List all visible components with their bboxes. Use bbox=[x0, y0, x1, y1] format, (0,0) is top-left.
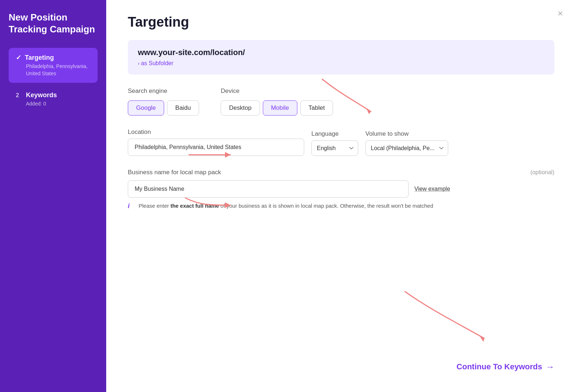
chevron-right-icon: › bbox=[138, 60, 140, 66]
subfolder-link[interactable]: › as Subfolder bbox=[138, 60, 544, 67]
continue-label: Continue To Keywords bbox=[456, 362, 542, 371]
continue-arrow-icon: → bbox=[546, 362, 554, 372]
google-button[interactable]: Google bbox=[128, 100, 164, 116]
sidebar-targeting-label: Targeting bbox=[25, 54, 54, 62]
subfolder-label: as Subfolder bbox=[141, 60, 174, 67]
info-icon: i bbox=[128, 202, 135, 210]
info-box: i Please enter the exact full name of yo… bbox=[128, 202, 554, 210]
sidebar-item-keywords[interactable]: 2 Keywords Added: 0 bbox=[9, 86, 98, 113]
check-icon: ✓ bbox=[16, 54, 21, 62]
location-language-row: Location Language English Spanish French… bbox=[128, 129, 554, 156]
desktop-button[interactable]: Desktop bbox=[221, 100, 260, 116]
sidebar-title: New Position Tracking Campaign bbox=[9, 12, 98, 35]
location-group: Location bbox=[128, 129, 304, 156]
keywords-number: 2 bbox=[16, 92, 22, 99]
close-button[interactable]: × bbox=[558, 9, 563, 18]
volume-select[interactable]: Local (Philadelphia, Pe... National Glob… bbox=[365, 140, 448, 156]
business-input-row: View example bbox=[128, 180, 554, 198]
main-panel: × Targeting www.your-site.com/location/ … bbox=[106, 0, 576, 392]
device-label: Device bbox=[221, 87, 333, 95]
url-value: www.your-site.com/location/ bbox=[138, 48, 544, 57]
language-select[interactable]: English Spanish French bbox=[311, 140, 358, 156]
url-box: www.your-site.com/location/ › as Subfold… bbox=[128, 40, 554, 75]
business-name-input[interactable] bbox=[128, 180, 409, 198]
optional-label: (optional) bbox=[530, 169, 554, 176]
search-engine-buttons: Google Baidu bbox=[128, 100, 199, 116]
sidebar-keywords-sub: Added: 0 bbox=[16, 100, 90, 108]
search-engine-group: Search engine Google Baidu bbox=[128, 87, 199, 116]
language-label: Language bbox=[311, 130, 358, 138]
search-engine-label: Search engine bbox=[128, 87, 199, 95]
device-group: Device Desktop Mobile Tablet bbox=[221, 87, 333, 116]
sidebar: New Position Tracking Campaign ✓ Targeti… bbox=[0, 0, 106, 392]
location-label: Location bbox=[128, 129, 304, 136]
language-group: Language English Spanish French bbox=[311, 130, 358, 156]
business-label: Business name for local map pack bbox=[128, 169, 221, 176]
view-example-link[interactable]: View example bbox=[414, 186, 450, 192]
volume-label: Volume to show bbox=[365, 130, 448, 138]
volume-group: Volume to show Local (Philadelphia, Pe..… bbox=[365, 130, 448, 156]
sidebar-targeting-sub: Philadelphia, Pennsylvania, United State… bbox=[16, 63, 90, 77]
svg-marker-3 bbox=[479, 335, 484, 342]
baidu-button[interactable]: Baidu bbox=[167, 100, 199, 116]
business-header: Business name for local map pack (option… bbox=[128, 169, 554, 176]
device-buttons: Desktop Mobile Tablet bbox=[221, 100, 333, 116]
location-input[interactable] bbox=[128, 139, 304, 156]
sidebar-item-targeting[interactable]: ✓ Targeting Philadelphia, Pennsylvania, … bbox=[9, 48, 98, 83]
page-title: Targeting bbox=[128, 14, 554, 30]
business-section: Business name for local map pack (option… bbox=[128, 169, 554, 210]
mobile-button[interactable]: Mobile bbox=[263, 100, 297, 116]
tablet-button[interactable]: Tablet bbox=[300, 100, 333, 116]
engine-device-row: Search engine Google Baidu Device Deskto… bbox=[128, 87, 554, 116]
sidebar-keywords-label: Keywords bbox=[26, 91, 57, 99]
info-text: Please enter the exact full name of your… bbox=[139, 202, 433, 210]
continue-button[interactable]: Continue To Keywords → bbox=[456, 362, 554, 372]
